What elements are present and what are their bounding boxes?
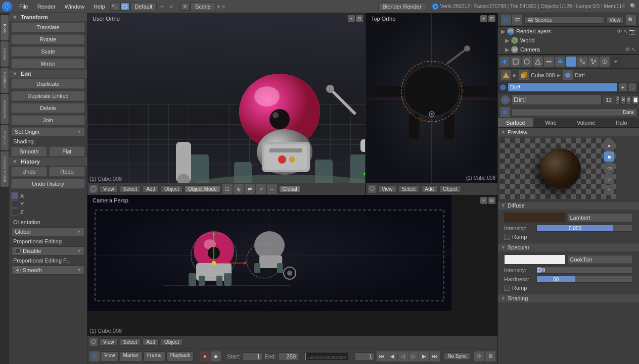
prev-frame-icon[interactable]: ◀ — [387, 351, 397, 361]
undo-button[interactable]: Undo — [11, 167, 47, 177]
diffuse-ramp-check[interactable] — [504, 234, 510, 240]
add-button[interactable]: + — [158, 3, 166, 11]
object-props-icon[interactable] — [533, 57, 543, 67]
mat-copy-btn[interactable]: ⎘ — [627, 95, 631, 105]
object-mode-btn[interactable]: Object Mode — [185, 185, 220, 193]
start-input[interactable] — [242, 352, 262, 360]
bottom-props[interactable]: ⊟ — [488, 197, 495, 204]
render-menu[interactable]: Render — [33, 3, 60, 11]
bottom-object[interactable]: Object — [161, 338, 182, 346]
snap-icon-2[interactable]: ⊕ — [234, 184, 244, 194]
render-layers-icon[interactable] — [512, 15, 522, 25]
bottom-view[interactable]: View — [100, 338, 118, 346]
shading-header[interactable]: ▼ Shading — [498, 294, 639, 302]
bottom-viewport[interactable]: Camera Persp + ⊟ — [87, 195, 497, 348]
add-btn[interactable]: Add — [143, 185, 159, 193]
undo-history-button[interactable]: Undo History — [11, 179, 85, 189]
material-name-input[interactable] — [511, 94, 602, 105]
scene-add[interactable]: + — [216, 3, 220, 11]
cursor-icon[interactable]: ↖ — [623, 28, 628, 35]
timeline-marker-btn[interactable]: Marker — [120, 351, 143, 361]
camera2-icon[interactable]: 📷 — [629, 28, 636, 35]
snap-icon-4[interactable]: ↗ — [256, 184, 266, 194]
duplicate-linked-button[interactable]: Duplicate Linked — [11, 91, 85, 101]
join-button[interactable]: Join — [11, 115, 85, 125]
play-icon[interactable]: ▷ — [408, 351, 419, 361]
translate-button[interactable]: Translate — [11, 22, 85, 32]
specular-intensity-slider[interactable]: 0.039 — [536, 267, 633, 274]
scene-selector[interactable]: Scene — [191, 2, 215, 11]
preview-plane-icon[interactable]: ▭ — [604, 163, 614, 173]
volume-tab[interactable]: Volume — [569, 118, 604, 127]
snap-icon-3[interactable]: ⇄ — [245, 184, 255, 194]
outliner-view-btn[interactable]: View — [606, 16, 624, 24]
jump-end-icon[interactable]: ⏭ — [430, 351, 440, 361]
y-checkbox[interactable] — [11, 200, 18, 207]
current-frame-input[interactable] — [354, 352, 375, 360]
maximize-icon[interactable]: + — [348, 15, 355, 22]
view-btn[interactable]: View — [100, 185, 118, 193]
top-right-viewport[interactable]: Top Ortho + ⊟ — [366, 13, 497, 195]
x-checkbox[interactable] — [11, 192, 18, 199]
render-layers-row[interactable]: ▶ RenderLayers 👁 ↖ 📷 — [498, 27, 639, 36]
diffuse-intensity-slider[interactable]: 0.800 — [536, 225, 633, 232]
duplicate-button[interactable]: Duplicate — [11, 79, 85, 89]
next-frame-icon[interactable]: ▶ — [419, 351, 429, 361]
diffuse-shader-select[interactable]: Lambert — [568, 213, 633, 222]
edit-section-header[interactable]: ▼ Edit — [9, 70, 87, 78]
rotate-button[interactable]: Rotate — [11, 34, 85, 44]
texture-icon[interactable] — [577, 57, 587, 67]
preview-hair-icon[interactable]: ~ — [604, 185, 614, 195]
modifiers-icon[interactable] — [555, 57, 565, 67]
diffuse-header[interactable]: ▼ Diffuse — [498, 201, 639, 210]
mat-up-icon[interactable]: + — [618, 83, 627, 92]
preview-monkey-icon[interactable]: ☺ — [604, 174, 614, 184]
history-section-header[interactable]: ▼ History — [9, 158, 87, 166]
keyframe-icon[interactable]: ◆ — [211, 351, 221, 361]
mat-x-btn[interactable]: ✕ — [621, 95, 626, 105]
specular-shader-select[interactable]: CookTorr — [568, 255, 633, 264]
mat-book-btn[interactable]: 📋 — [632, 95, 639, 105]
default-mode[interactable]: Default — [130, 2, 157, 11]
specular-header[interactable]: ▼ Specular — [498, 243, 639, 251]
select-btn[interactable]: Select — [120, 185, 141, 193]
top-right-maximize[interactable]: + — [480, 15, 487, 22]
timeline-playback-btn[interactable]: Playback — [166, 351, 194, 361]
delete-button[interactable]: Delete — [11, 103, 85, 113]
camera-row[interactable]: ▶ Camera 👁 ↖ — [498, 45, 639, 54]
snap-icon-1[interactable]: ☐ — [222, 184, 233, 194]
physics-props-icon[interactable] — [600, 57, 610, 67]
bottom-select[interactable]: Select — [120, 338, 141, 346]
expand-icon[interactable] — [611, 57, 621, 67]
top-right-props[interactable]: ⊟ — [488, 15, 495, 22]
snap-icon-5[interactable]: ↔ — [267, 184, 277, 194]
data-btn[interactable]: Data — [511, 109, 637, 116]
global-btn[interactable]: Global — [279, 185, 301, 193]
grease-pencil-icon[interactable]: Grease Pencil — [1, 151, 9, 187]
wire-tab[interactable]: Wire — [533, 118, 569, 127]
engine-selector[interactable]: Blender Render — [378, 2, 426, 11]
specular-ramp-check[interactable] — [504, 285, 510, 291]
sync-icon[interactable]: ⟳ — [474, 351, 484, 361]
z-checkbox[interactable] — [11, 209, 18, 216]
set-origin-dropdown[interactable]: Set Origin ▼ — [11, 127, 85, 136]
no-sync-btn[interactable]: No Sync — [444, 352, 470, 360]
world-props-icon[interactable] — [522, 57, 532, 67]
close-button[interactable]: × — [167, 3, 175, 11]
preview-cube-icon[interactable]: ■ — [604, 151, 614, 162]
diffuse-color-swatch[interactable] — [504, 213, 566, 223]
transform-section-header[interactable]: ▼ Transform — [9, 13, 87, 21]
particles-icon[interactable] — [588, 57, 599, 67]
hardness-slider[interactable]: 50 — [536, 276, 633, 283]
surface-tab[interactable]: Surface — [498, 118, 533, 127]
orientation-dropdown[interactable]: Global ▼ — [11, 227, 85, 236]
animation-icon[interactable]: Animation — [1, 94, 9, 124]
halo-tab[interactable]: Halo — [604, 118, 639, 127]
camera-eye-icon[interactable]: 👁 — [625, 46, 630, 53]
mirror-button[interactable]: Mirror — [11, 59, 85, 69]
render-props-icon[interactable] — [499, 57, 510, 67]
eye-icon[interactable]: 👁 — [617, 28, 622, 35]
bottom-maximize[interactable]: + — [480, 197, 487, 204]
search-icon[interactable]: 🔍 — [630, 3, 637, 10]
jump-start-icon[interactable]: ⏮ — [377, 351, 387, 361]
